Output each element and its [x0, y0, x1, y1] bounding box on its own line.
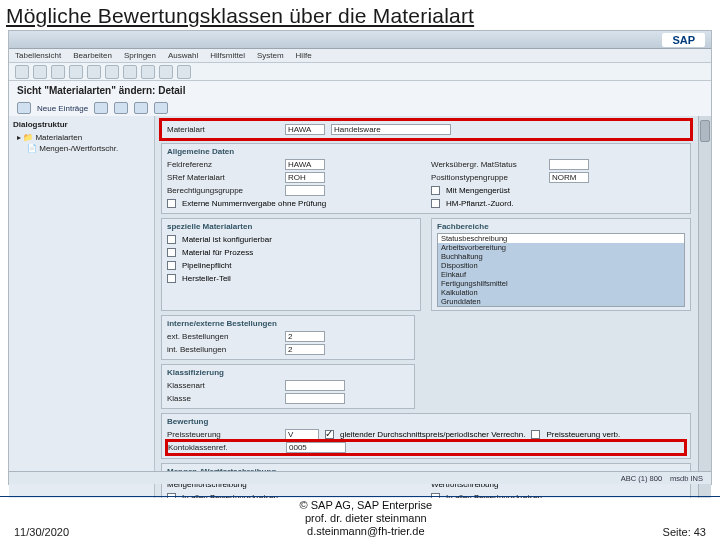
field-materialart[interactable]: HAWA: [285, 124, 325, 135]
sap-titlebar: SAP: [9, 31, 711, 49]
label-materialart: Materialart: [167, 125, 279, 134]
menu-item[interactable]: Tabellensicht: [15, 51, 61, 60]
lbl: gleitender Durchschnittspreis/periodisch…: [340, 430, 525, 439]
field[interactable]: V: [285, 429, 319, 440]
fachbereiche-group: Fachbereiche Statusbeschreibung Arbeitsv…: [431, 218, 691, 311]
radio[interactable]: [325, 430, 334, 439]
group-title: Fachbereiche: [437, 222, 685, 231]
list-item[interactable]: Disposition: [438, 261, 684, 270]
field[interactable]: [285, 380, 345, 391]
fachbereiche-listbox[interactable]: Statusbeschreibung Arbeitsvorbereitung B…: [437, 233, 685, 307]
lbl: Pipelinepflicht: [182, 261, 231, 270]
lbl: Hersteller-Teil: [182, 274, 231, 283]
toolbar-button[interactable]: [15, 65, 29, 79]
lbl: Preissteuerung: [167, 430, 279, 439]
bewertung-group: Bewertung Preissteuerung V gleitender Du…: [161, 413, 691, 459]
list-item[interactable]: Buchhaltung: [438, 252, 684, 261]
toolbar-icon[interactable]: [154, 102, 168, 114]
checkbox[interactable]: [431, 186, 440, 195]
toolbar-button[interactable]: [69, 65, 83, 79]
lbl: Klasse: [167, 394, 279, 403]
lbl: Klassenart: [167, 381, 279, 390]
toolbar-button[interactable]: [177, 65, 191, 79]
scroll-thumb[interactable]: [700, 120, 710, 142]
checkbox[interactable]: [167, 274, 176, 283]
footer-date: 11/30/2020: [14, 526, 69, 538]
list-item[interactable]: Einkauf: [438, 270, 684, 279]
toolbar-icon[interactable]: [114, 102, 128, 114]
field[interactable]: HAWA: [285, 159, 325, 170]
list-item[interactable]: Arbeitsvorbereitung: [438, 243, 684, 252]
list-item[interactable]: Lager: [438, 306, 684, 307]
group-title: Allgemeine Daten: [167, 147, 685, 156]
field[interactable]: [549, 159, 589, 170]
field[interactable]: [285, 185, 325, 196]
nav-header: Dialogstruktur: [13, 120, 150, 129]
field[interactable]: ROH: [285, 172, 325, 183]
field[interactable]: 2: [285, 331, 325, 342]
toolbar-button[interactable]: [159, 65, 173, 79]
field[interactable]: NORM: [549, 172, 589, 183]
field-kontoklassenref[interactable]: 0005: [286, 442, 346, 453]
menu-item[interactable]: Hilfsmittel: [210, 51, 245, 60]
sap-menubar[interactable]: Tabellensicht Bearbeiten Springen Auswah…: [9, 49, 711, 63]
lbl: Werksübergr. MatStatus: [431, 160, 543, 169]
lbl: int. Bestellungen: [167, 345, 279, 354]
checkbox[interactable]: [167, 261, 176, 270]
toolbar-button[interactable]: [141, 65, 155, 79]
status-client: ABC (1) 800: [621, 474, 662, 483]
sub-toolbar-label[interactable]: Neue Einträge: [37, 104, 88, 113]
lbl: Preissteuerung verb.: [546, 430, 620, 439]
nav-item-mengen[interactable]: 📄 Mengen-/Wertfortschr.: [13, 143, 150, 154]
scrollbar-vertical[interactable]: [698, 116, 711, 498]
group-title: spezielle Materialarten: [167, 222, 415, 231]
sap-toolbar: [9, 63, 711, 81]
toolbar-button[interactable]: [51, 65, 65, 79]
slide-title: Mögliche Bewertungsklassen über die Mate…: [0, 0, 720, 30]
sub-toolbar: Neue Einträge: [9, 100, 711, 116]
checkbox[interactable]: [167, 199, 176, 208]
field-materialart-desc: Handelsware: [331, 124, 451, 135]
nav-expand-icon[interactable]: [17, 102, 31, 114]
list-item[interactable]: Fertigungshilfsmittel: [438, 279, 684, 288]
lbl: Berechtigungsgruppe: [167, 186, 279, 195]
nav-panel: Dialogstruktur ▸ 📁 Materialarten 📄 Menge…: [9, 116, 155, 498]
lbl: Externe Nummernvergabe ohne Prüfung: [182, 199, 326, 208]
checkbox[interactable]: [167, 235, 176, 244]
toolbar-icon[interactable]: [94, 102, 108, 114]
list-item[interactable]: Statusbeschreibung: [438, 234, 684, 243]
lbl: HM-Pflanzt.-Zuord.: [446, 199, 514, 208]
menu-item[interactable]: Hilfe: [296, 51, 312, 60]
nav-item-materialarten[interactable]: ▸ 📁 Materialarten: [13, 132, 150, 143]
lbl: ext. Bestellungen: [167, 332, 279, 341]
menu-item[interactable]: Bearbeiten: [73, 51, 112, 60]
special-types-group: spezielle Materialarten Material ist kon…: [161, 218, 421, 311]
list-item[interactable]: Grunddaten: [438, 297, 684, 306]
toolbar-button[interactable]: [87, 65, 101, 79]
materialart-group: Materialart HAWA Handelsware: [161, 120, 691, 139]
checkbox[interactable]: [431, 199, 440, 208]
group-title: Klassifizierung: [167, 368, 409, 377]
checkbox[interactable]: [531, 430, 540, 439]
toolbar-button[interactable]: [123, 65, 137, 79]
field[interactable]: 2: [285, 344, 325, 355]
lbl: Feldreferenz: [167, 160, 279, 169]
list-item[interactable]: Kalkulation: [438, 288, 684, 297]
checkbox[interactable]: [167, 248, 176, 257]
lbl: Mit Mengengerüst: [446, 186, 510, 195]
lbl: Material für Prozess: [182, 248, 253, 257]
klass-group: Klassifizierung Klassenart Klasse: [161, 364, 415, 409]
field[interactable]: [285, 393, 345, 404]
bestellungen-group: interne/externe Bestellungen ext. Bestel…: [161, 315, 415, 360]
sap-logo: SAP: [662, 33, 705, 47]
menu-item[interactable]: Auswahl: [168, 51, 198, 60]
menu-item[interactable]: Springen: [124, 51, 156, 60]
footer-copyright: © SAP AG, SAP Enterprise: [300, 499, 432, 512]
group-title: Bewertung: [167, 417, 685, 426]
menu-item[interactable]: System: [257, 51, 284, 60]
footer-page: Seite: 43: [663, 526, 706, 538]
toolbar-button[interactable]: [33, 65, 47, 79]
toolbar-button[interactable]: [105, 65, 119, 79]
toolbar-icon[interactable]: [134, 102, 148, 114]
group-title: interne/externe Bestellungen: [167, 319, 409, 328]
